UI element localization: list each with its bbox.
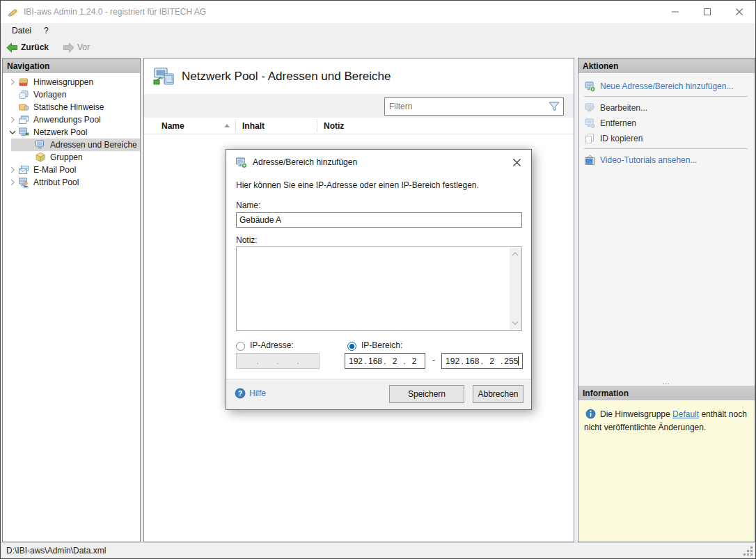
ip-address-radio[interactable] <box>236 342 245 351</box>
chevron-right-icon[interactable] <box>7 177 18 188</box>
action-new-address[interactable]: Neue Adresse/Bereich hinzufügen... <box>584 79 755 93</box>
resize-grip-icon[interactable] <box>744 547 753 556</box>
ip-range-to-input[interactable]: 192.168.2.255 <box>441 353 523 369</box>
column-header-notiz[interactable]: Notiz <box>324 118 344 134</box>
nav-item-email-pool[interactable]: E-Mail Pool <box>3 164 140 176</box>
video-tutorials-icon <box>584 155 596 166</box>
window-title: IBI-aws Admin 1.24.0 - registriert für I… <box>24 7 206 17</box>
octet[interactable]: 2 <box>484 356 501 366</box>
anwendungs-pool-icon <box>18 114 29 125</box>
filter-input[interactable] <box>385 98 547 115</box>
octet[interactable]: 168 <box>367 356 384 366</box>
octet[interactable]: 192 <box>444 356 461 366</box>
navigation-tree: Hinweisgruppen Vorlagen Statische Hinwei… <box>3 73 140 189</box>
nav-item-label: Adressen und Bereiche <box>50 140 137 150</box>
close-button[interactable] <box>723 1 755 23</box>
panel-splitter-handle[interactable]: … <box>578 379 755 384</box>
nav-item-label: Gruppen <box>50 152 83 162</box>
toolbar: Zurück Vor <box>1 38 755 56</box>
menu-help[interactable]: ? <box>38 23 55 38</box>
note-scrollbar[interactable] <box>510 248 521 329</box>
maximize-button[interactable] <box>691 1 723 23</box>
forward-label: Vor <box>77 42 90 52</box>
action-copy-id[interactable]: ID kopieren <box>584 131 755 145</box>
forward-button[interactable]: Vor <box>60 39 93 56</box>
nav-item-label: Hinweisgruppen <box>33 77 93 87</box>
column-divider[interactable] <box>235 119 236 132</box>
information-body: Die Hinweisgruppe Default enthält noch n… <box>578 400 755 542</box>
actions-list: Neue Adresse/Bereich hinzufügen... Bearb… <box>578 73 755 167</box>
note-label: Notiz: <box>236 235 258 245</box>
nav-item-vorlagen[interactable]: Vorlagen <box>3 88 140 101</box>
note-textarea[interactable] <box>236 246 522 331</box>
name-input[interactable] <box>236 212 522 228</box>
nav-item-anwendungs-pool[interactable]: Anwendungs Pool <box>3 113 140 126</box>
sort-ascending-icon <box>224 124 230 127</box>
app-icon <box>7 6 19 18</box>
ip-address-radio-label[interactable]: IP-Adresse: <box>250 340 294 350</box>
nav-item-netzwerk-pool[interactable]: Netzwerk Pool <box>3 126 140 139</box>
nav-item-label: Vorlagen <box>33 90 66 100</box>
back-button[interactable]: Zurück <box>3 39 52 56</box>
page-title: Netzwerk Pool - Adressen und Bereiche <box>182 70 391 84</box>
nav-item-label: E-Mail Pool <box>33 165 76 175</box>
nav-item-label: Statische Hinweise <box>33 102 104 112</box>
octet-separator: . <box>297 356 299 366</box>
ip-address-input: ... <box>236 353 320 369</box>
dialog-title-bar: Adresse/Bereich hinzufügen <box>226 150 531 175</box>
nav-item-attribut-pool[interactable]: Attribut Pool <box>3 176 140 189</box>
cancel-button[interactable]: Abbrechen <box>473 385 523 403</box>
app-window: IBI-aws Admin 1.24.0 - registriert für I… <box>0 0 756 559</box>
email-pool-icon <box>18 164 29 175</box>
action-label: Neue Adresse/Bereich hinzufügen... <box>600 81 733 91</box>
octet[interactable]: 192 <box>347 356 364 366</box>
octet-separator: . <box>256 356 259 366</box>
chevron-right-icon[interactable] <box>7 77 18 88</box>
nav-item-statische-hinweise[interactable]: Statische Hinweise <box>3 101 140 113</box>
nav-item-adressen-und-bereiche[interactable]: Adressen und Bereiche <box>11 139 140 151</box>
octet[interactable]: 2 <box>386 356 403 366</box>
save-button[interactable]: Speichern <box>389 385 464 403</box>
octet-separator: . <box>276 356 279 366</box>
octet[interactable]: 2 <box>406 356 423 366</box>
adressen-icon <box>35 139 46 150</box>
menu-bar: Datei ? <box>1 23 755 38</box>
title-bar: IBI-aws Admin 1.24.0 - registriert für I… <box>1 1 755 23</box>
scroll-down-icon[interactable] <box>511 319 519 327</box>
action-remove[interactable]: Entfernen <box>584 116 755 130</box>
svg-text:?: ? <box>238 390 242 397</box>
navigation-header: Navigation <box>3 58 140 73</box>
scroll-up-icon[interactable] <box>511 250 519 258</box>
dialog-close-button[interactable] <box>509 155 524 169</box>
filter-funnel-icon[interactable] <box>547 100 561 113</box>
action-video-tutorials[interactable]: Video-Tutorials ansehen... <box>584 152 755 167</box>
chevron-right-icon[interactable] <box>7 164 18 175</box>
chevron-down-icon[interactable] <box>7 127 18 138</box>
information-header: Information <box>578 386 755 400</box>
column-header-name[interactable]: Name <box>162 118 184 134</box>
column-divider[interactable] <box>317 119 317 132</box>
minimize-icon <box>671 8 679 16</box>
filter-box <box>384 97 564 116</box>
octet[interactable]: 255 <box>503 356 520 366</box>
default-group-link[interactable]: Default <box>672 409 699 419</box>
ip-range-from-input[interactable]: 192.168.2.2 <box>345 353 425 369</box>
text-caret <box>518 356 519 365</box>
menu-datei[interactable]: Datei <box>6 23 38 38</box>
nav-item-hinweisgruppen[interactable]: Hinweisgruppen <box>3 76 140 88</box>
info-icon <box>585 409 596 419</box>
help-link[interactable]: ? Hilfe <box>235 388 266 399</box>
help-icon: ? <box>235 388 246 399</box>
minimize-button[interactable] <box>659 1 691 23</box>
add-address-dialog: Adresse/Bereich hinzufügen Hier können S… <box>226 149 532 410</box>
content-header: Netzwerk Pool - Adressen und Bereiche <box>144 58 574 94</box>
data-file-path: D:\IBI-aws\Admin\Data.xml <box>6 546 106 556</box>
ip-range-radio[interactable] <box>347 342 356 351</box>
action-label: Entfernen <box>600 118 636 128</box>
octet[interactable]: 168 <box>464 356 480 366</box>
nav-item-gruppen[interactable]: Gruppen <box>3 151 140 164</box>
chevron-right-icon[interactable] <box>7 114 18 125</box>
action-edit[interactable]: Bearbeiten... <box>584 100 755 115</box>
column-header-inhalt[interactable]: Inhalt <box>242 118 265 134</box>
ip-range-radio-label[interactable]: IP-Bereich: <box>361 340 402 350</box>
